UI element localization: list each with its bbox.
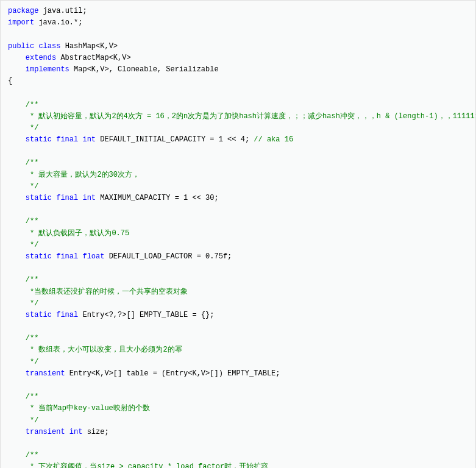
- keyword-class: class: [34, 42, 60, 51]
- comment-block-open: /**: [8, 158, 38, 167]
- comment-block-open: /**: [8, 392, 38, 401]
- keyword-int: int: [78, 135, 96, 144]
- code-text: Map<K,V>, Cloneable, Serializable: [69, 65, 219, 74]
- comment-block-open: /**: [8, 217, 38, 225]
- brace-open: {: [8, 77, 12, 85]
- keyword-transient: transient: [8, 369, 65, 378]
- keyword-final: final: [52, 311, 78, 319]
- keyword-final: final: [52, 135, 78, 144]
- keyword-transient: transient: [8, 428, 65, 436]
- keyword-static: static: [8, 252, 52, 261]
- keyword-import: import: [8, 18, 34, 27]
- code-text: java.io.*;: [34, 18, 82, 27]
- comment-block-close: */: [8, 182, 38, 191]
- code-text: AbstractMap<K,V>: [56, 54, 130, 62]
- comment-block-body: * 默认负载因子，默认为0.75: [8, 229, 129, 238]
- keyword-final: final: [52, 194, 78, 202]
- comment-block-open: /**: [8, 275, 38, 284]
- keyword-float: float: [78, 252, 104, 261]
- code-text: DEFAULT_INITIAL_CAPACITY = 1 << 4;: [96, 135, 254, 144]
- comment-block-open: /**: [8, 451, 38, 459]
- keyword-int: int: [65, 428, 83, 436]
- code-text: size;: [82, 428, 108, 436]
- keyword-final: final: [52, 252, 78, 261]
- code-block: package java.util; import java.io.*; pub…: [0, 0, 476, 468]
- comment-block-close: */: [8, 416, 38, 425]
- comment-block-body: * 数组表，大小可以改变，且大小必须为2的幂: [8, 346, 182, 354]
- comment-block-open: /**: [8, 334, 38, 342]
- code-text: MAXIMUM_CAPACITY = 1 << 30;: [96, 194, 219, 202]
- comment-block-close: */: [8, 241, 38, 249]
- comment-block-close: */: [8, 299, 38, 308]
- comment-inline: // aka 16: [254, 135, 293, 144]
- keyword-static: static: [8, 135, 52, 144]
- keyword-extends: extends: [8, 54, 56, 62]
- comment-block-close: */: [8, 124, 38, 132]
- comment-block-close: */: [8, 358, 38, 366]
- code-text: Entry<K,V>[] table = (Entry<K,V>[]) EMPT…: [65, 369, 280, 378]
- comment-block-body: * 当前Map中key-value映射的个数: [8, 404, 150, 413]
- comment-block-body: * 下次扩容阈值，当size > capacity * load factor时…: [8, 463, 268, 468]
- keyword-public: public: [8, 42, 34, 51]
- keyword-static: static: [8, 311, 52, 319]
- code-text: HashMap<K,V>: [60, 42, 118, 51]
- keyword-implements: implements: [8, 65, 69, 74]
- comment-block-body: * 默认初始容量，默认为2的4次方 = 16，2的n次方是为了加快hash计算速…: [8, 112, 476, 121]
- code-text: DEFAULT_LOAD_FACTOR = 0.75f;: [104, 252, 232, 261]
- keyword-package: package: [8, 7, 38, 15]
- comment-block-body: *当数组表还没扩容的时候，一个共享的空表对象: [8, 288, 188, 296]
- comment-block-open: /**: [8, 101, 38, 109]
- keyword-int: int: [78, 194, 96, 202]
- code-text: java.util;: [38, 7, 87, 15]
- comment-block-body: * 最大容量，默认为2的30次方，: [8, 171, 140, 179]
- code-text: Entry<?,?>[] EMPTY_TABLE = {};: [78, 311, 214, 319]
- keyword-static: static: [8, 194, 52, 202]
